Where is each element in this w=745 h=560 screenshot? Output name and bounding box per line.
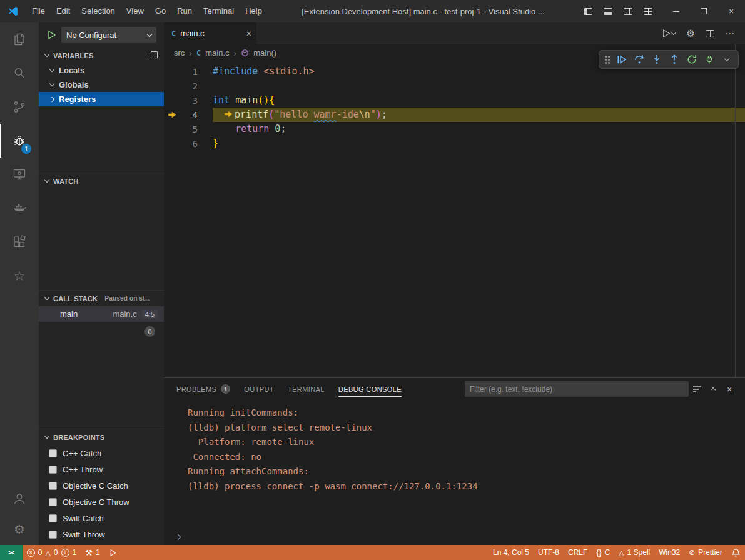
panel-tab-output[interactable]: OUTPUT [244, 378, 274, 400]
breadcrumb-file[interactable]: main.c [205, 48, 229, 58]
breakpoint-checkbox[interactable] [49, 466, 57, 474]
customize-layout-button[interactable] [639, 2, 657, 20]
activity-docker[interactable] [0, 191, 39, 225]
call-stack-section: CALL STACK Paused on st... main main.c 4… [39, 290, 164, 429]
platform-indicator[interactable]: Win32 [654, 545, 684, 560]
debug-status[interactable] [104, 545, 121, 560]
breakpoint-row[interactable]: C++ Throw [39, 461, 164, 478]
breakpoint-row[interactable]: Swift Catch [39, 510, 164, 526]
watch-section-header[interactable]: WATCH [39, 173, 164, 189]
panel-tab-problems[interactable]: PROBLEMS1 [176, 378, 230, 400]
language-mode[interactable]: {} C [592, 545, 614, 560]
call-stack-frame[interactable]: main main.c 4:5 [39, 306, 164, 322]
vscode-logo-icon [8, 6, 19, 17]
variables-item-globals[interactable]: Globals [39, 78, 164, 92]
activity-explorer[interactable] [0, 22, 39, 56]
breakpoint-margin[interactable] [164, 93, 180, 108]
more-actions-icon[interactable]: ⋯ [725, 28, 735, 39]
continue-button[interactable] [614, 52, 630, 67]
close-tab-icon[interactable]: × [246, 29, 251, 38]
activity-remote-explorer[interactable] [0, 158, 39, 191]
breakpoint-row[interactable]: Swift Throw [39, 526, 164, 542]
menu-terminal[interactable]: Terminal [198, 0, 240, 22]
menu-selection[interactable]: Selection [76, 0, 120, 22]
activity-extensions[interactable] [0, 225, 39, 259]
notifications-bell[interactable] [727, 545, 745, 560]
run-or-debug-button[interactable] [661, 29, 676, 38]
maximize-panel-button[interactable] [705, 381, 721, 398]
panel-tab-terminal[interactable]: TERMINAL [288, 378, 325, 400]
menu-view[interactable]: View [121, 0, 150, 22]
breakpoint-checkbox[interactable] [49, 498, 57, 506]
step-over-button[interactable] [631, 52, 647, 67]
breakpoint-margin[interactable] [164, 122, 180, 136]
eol-indicator[interactable]: CRLF [564, 545, 592, 560]
breakpoint-margin[interactable] [164, 79, 180, 93]
toggle-secondary-sidebar-button[interactable] [619, 2, 637, 20]
toolchain-status[interactable]: ⚒ 1 [81, 545, 104, 560]
variables-item-locals[interactable]: Locals [39, 63, 164, 78]
restart-button[interactable] [684, 52, 700, 67]
breakpoint-checkbox[interactable] [49, 514, 57, 522]
line-number: 1 [180, 67, 198, 77]
menu-edit[interactable]: Edit [51, 0, 76, 22]
disconnect-button[interactable] [701, 52, 717, 67]
minimize-button[interactable] [662, 0, 690, 22]
console-filter-input[interactable] [465, 381, 689, 397]
debug-exec-pointer-icon[interactable] [164, 108, 180, 122]
chevron-down-icon [49, 67, 54, 72]
activity-source-control[interactable] [0, 90, 39, 124]
start-debugging-button[interactable] [46, 30, 56, 40]
activity-search[interactable] [0, 56, 39, 90]
cursor-position[interactable]: Ln 4, Col 5 [489, 545, 534, 560]
settings-gear-icon[interactable]: ⚙ [686, 29, 695, 39]
panel-tab-debug-console[interactable]: DEBUG CONSOLE [338, 378, 402, 400]
close-button[interactable]: × [717, 0, 745, 22]
breakpoint-row[interactable]: Objective C Throw [39, 494, 164, 510]
activity-run-debug[interactable]: 1 [0, 124, 39, 158]
spell-checker-status[interactable]: △ 1 Spell [614, 545, 654, 560]
breakpoint-margin[interactable] [164, 136, 180, 151]
chevron-down-icon [44, 434, 49, 439]
problems-status[interactable]: × 0 △ 0 i 1 [23, 545, 81, 560]
variables-item-registers[interactable]: Registers [39, 92, 164, 106]
breadcrumb-symbol[interactable]: main() [253, 48, 276, 58]
menu-file[interactable]: File [26, 0, 51, 22]
breakpoint-margin[interactable] [164, 64, 180, 79]
breakpoint-checkbox[interactable] [49, 482, 57, 490]
console-lines-icon[interactable] [689, 381, 705, 398]
console-input[interactable] [164, 529, 745, 545]
encoding-indicator[interactable]: UTF-8 [534, 545, 564, 560]
collapse-all-icon[interactable] [150, 51, 158, 59]
breakpoint-checkbox[interactable] [49, 531, 57, 539]
menu-run[interactable]: Run [171, 0, 198, 22]
editor-scrollbar[interactable] [735, 44, 736, 378]
call-stack-section-header[interactable]: CALL STACK Paused on st... [39, 291, 164, 306]
variables-section-header[interactable]: VARIABLES [39, 48, 164, 63]
step-out-button[interactable] [666, 52, 682, 67]
step-into-button[interactable] [649, 52, 665, 67]
split-editor-icon[interactable] [706, 30, 714, 38]
maximize-button[interactable] [690, 0, 717, 22]
breadcrumb-folder[interactable]: src [174, 48, 185, 58]
activity-accounts[interactable] [0, 484, 39, 514]
tab-main-c[interactable]: C main.c × [164, 22, 256, 44]
formatter-status[interactable]: ⊘ Prettier [684, 545, 727, 560]
breakpoints-section-header[interactable]: BREAKPOINTS [39, 429, 164, 445]
chevron-down-icon [44, 52, 49, 57]
menu-help[interactable]: Help [240, 0, 268, 22]
breakpoint-checkbox[interactable] [49, 449, 57, 458]
debug-toolbar-drag-handle[interactable] [605, 55, 610, 64]
debug-toolbar-more-button[interactable] [719, 52, 735, 67]
toggle-sidebar-button[interactable] [579, 2, 597, 20]
debug-config-dropdown[interactable]: No Configurat [61, 27, 156, 43]
menu-go[interactable]: Go [150, 0, 171, 22]
remote-indicator[interactable]: >< [0, 545, 23, 560]
breakpoint-row[interactable]: Objective C Catch [39, 478, 164, 494]
close-panel-button[interactable]: × [721, 381, 737, 398]
toggle-panel-button[interactable] [599, 2, 617, 20]
activity-settings[interactable]: ⚙ [0, 514, 39, 545]
code-line-6: 6} [164, 136, 745, 151]
activity-favorites[interactable]: ☆ [0, 259, 39, 292]
breakpoint-row[interactable]: C++ Catch [39, 445, 164, 461]
